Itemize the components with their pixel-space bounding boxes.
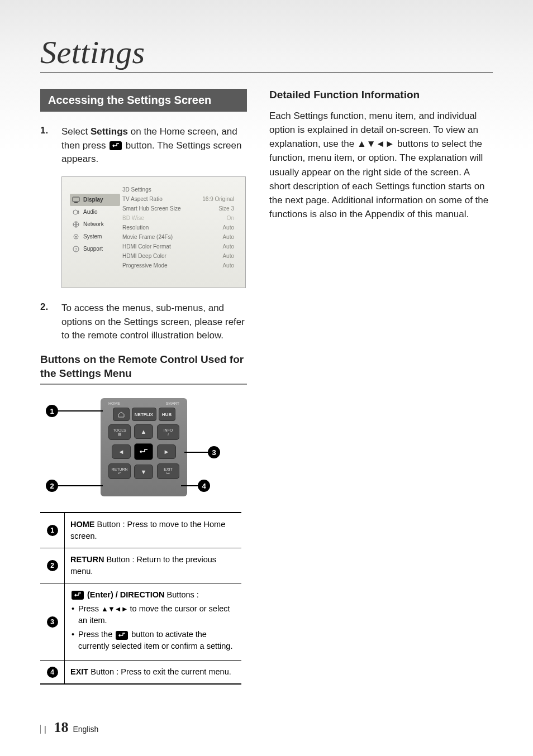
sidebar-item-display: Display	[70, 194, 120, 206]
setting-row: ResolutionAuto	[120, 223, 237, 232]
label-home: HOME	[108, 401, 120, 405]
label-smart: SMART	[166, 401, 179, 405]
table-row: 1 HOME Button : Press to move to the Hom…	[40, 513, 241, 548]
sidebar-item-label: Audio	[83, 209, 98, 215]
text-bold: EXIT	[70, 667, 88, 676]
right-paragraph: Each Settings function, menu item, and i…	[269, 109, 493, 221]
text: Buttons :	[165, 590, 199, 599]
svg-rect-1	[74, 202, 78, 203]
sidebar-item-label: Network	[83, 221, 104, 227]
right-button: ►	[157, 444, 176, 459]
svg-text:?: ?	[75, 247, 77, 251]
page-footer: | 18 English	[40, 719, 98, 736]
callout-badge: 4	[47, 667, 58, 678]
exit-icon: ↦	[166, 471, 170, 476]
sidebar-item-label: Support	[83, 246, 103, 252]
text-bold: (Enter) / DIRECTION	[85, 590, 165, 599]
table-row: 4 EXIT Button : Press to exit the curren…	[40, 661, 241, 683]
enter-button	[134, 443, 153, 460]
step-text: Select Settings on the Home screen, and …	[61, 125, 247, 166]
setting-label: Smart Hub Screen Size	[122, 205, 181, 212]
table-num-cell: 3	[40, 583, 65, 660]
remote-top-labels: HOME SMART	[104, 401, 184, 405]
audio-icon	[72, 209, 80, 216]
setting-value: Auto	[222, 262, 234, 269]
info-button: INFOi	[157, 424, 179, 440]
step-number: 2.	[40, 302, 61, 343]
text-bold: HOME	[70, 520, 95, 529]
step-1: 1. Select Settings on the Home screen, a…	[40, 125, 247, 166]
system-icon	[72, 233, 80, 240]
table-desc: (Enter) / DIRECTION Buttons : Press ▲▼◄►…	[65, 583, 241, 660]
sub-heading: Buttons on the Remote Control Used for t…	[40, 353, 247, 385]
network-icon	[72, 221, 80, 228]
setting-row: TV Aspect Ratio16:9 Original	[120, 194, 237, 204]
home-button	[113, 408, 130, 421]
setting-row: 3D Settings	[120, 185, 237, 194]
sidebar-item-network: Network	[70, 218, 120, 231]
setting-label: HDMI Color Format	[122, 243, 171, 250]
label: TOOLS	[113, 428, 126, 432]
setting-row: HDMI Deep ColorAuto	[120, 251, 237, 261]
setting-row: HDMI Color FormatAuto	[120, 242, 237, 251]
sidebar-item-label: System	[83, 233, 102, 240]
svg-point-5	[75, 236, 77, 237]
callout-line	[58, 485, 103, 486]
text: Press	[78, 604, 101, 613]
setting-label: Movie Frame (24Fs)	[122, 234, 173, 240]
label: INFO	[164, 428, 173, 432]
setting-value: On	[227, 215, 234, 221]
display-icon	[72, 197, 80, 203]
page-title: Settings	[40, 34, 493, 73]
svg-rect-0	[73, 197, 79, 202]
enter-icon	[110, 141, 122, 150]
sidebar-item-audio: Audio	[70, 206, 120, 218]
tools-button: TOOLS▤	[108, 424, 131, 440]
setting-label: BD Wise	[122, 215, 144, 221]
setting-value: Auto	[222, 234, 234, 240]
step-number: 1.	[40, 125, 61, 166]
setting-value: Auto	[222, 253, 234, 259]
settings-list: 3D Settings TV Aspect Ratio16:9 Original…	[120, 184, 237, 282]
return-icon: ↶	[118, 471, 121, 476]
setting-row: Smart Hub Screen SizeSize 3	[120, 204, 237, 213]
settings-sidebar: Display Audio Network System	[70, 184, 120, 282]
table-desc: EXIT Button : Press to exit the current …	[65, 661, 241, 683]
footer-separator: |	[40, 725, 46, 734]
svg-point-2	[73, 210, 78, 214]
callout-badge: 3	[47, 616, 58, 628]
list-item: Press ▲▼◄► to move the cursor or select …	[70, 603, 237, 626]
remote-body: HOME SMART NETFLIX HUB TOOLS▤ INFOi ▲ ◄	[101, 398, 187, 496]
table-desc: HOME Button : Press to move to the Home …	[65, 513, 241, 548]
exit-button: EXIT↦	[157, 463, 179, 479]
table-row: 2 RETURN Button : Return to the previous…	[40, 548, 241, 583]
section-heading: Accessing the Settings Screen	[40, 89, 247, 112]
smart-hub-button: HUB	[159, 408, 175, 421]
dpad: TOOLS▤ INFOi ▲ ◄ ► ▼ RETURN↶ EXIT↦	[104, 424, 184, 479]
arrow-icons: ▲▼◄►	[101, 605, 127, 613]
label: RETURN	[111, 467, 127, 471]
netflix-button: NETFLIX	[132, 408, 156, 421]
table-num-cell: 1	[40, 513, 65, 548]
setting-value: Auto	[222, 224, 234, 231]
left-button: ◄	[112, 444, 131, 459]
callout-badge: 1	[47, 525, 58, 536]
sidebar-item-support: ? Support	[70, 243, 120, 255]
return-button: RETURN↶	[108, 463, 131, 479]
support-icon: ?	[72, 246, 80, 252]
down-button: ▼	[134, 465, 153, 479]
text: Press the	[78, 630, 115, 639]
text-bold: Settings	[91, 126, 128, 137]
text: Select	[61, 126, 91, 137]
callout-4: 4	[198, 480, 210, 492]
enter-icon	[116, 631, 128, 640]
text: Button : Press to exit the current menu.	[88, 667, 231, 676]
setting-value: Auto	[222, 243, 234, 250]
button-table: 1 HOME Button : Press to move to the Hom…	[40, 512, 241, 685]
setting-row: Progressive ModeAuto	[120, 261, 237, 270]
footer-language: English	[73, 725, 98, 734]
settings-screen-illustration: Display Audio Network System	[61, 176, 246, 288]
setting-label: HDMI Deep Color	[122, 253, 166, 259]
up-button: ▲	[134, 424, 153, 439]
setting-label: Resolution	[122, 224, 149, 231]
